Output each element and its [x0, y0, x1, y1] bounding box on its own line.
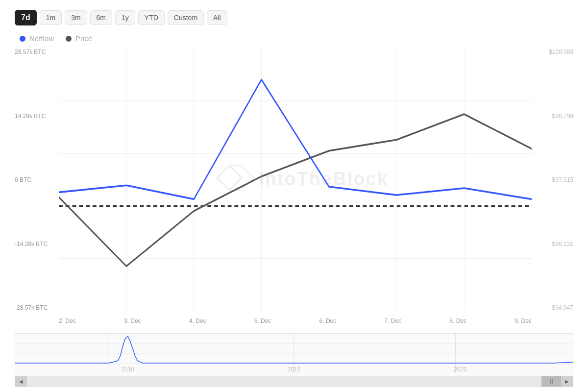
main-chart: 28.57k BTC 14.29k BTC 0 BTC -14.28k BTC …	[15, 49, 573, 331]
year-2010: 2010	[121, 366, 134, 373]
y-axis-left: 28.57k BTC 14.29k BTC 0 BTC -14.28k BTC …	[15, 49, 59, 311]
legend-netflow: Netflow	[20, 34, 54, 43]
chart-svg-wrapper: IntoTheBlock	[59, 49, 532, 311]
year-2020: 2020	[454, 366, 467, 373]
time-filter-bar: 7d 1m 3m 6m 1y YTD Custom All	[15, 10, 573, 25]
filter-1y[interactable]: 1y	[115, 10, 135, 25]
y-right-3: $96,231	[534, 241, 573, 247]
y-right-1: $98,799	[534, 113, 573, 120]
y-left-4: -28.57k BTC	[15, 304, 59, 311]
filter-custom[interactable]: Custom	[168, 10, 204, 25]
legend-price: Price	[66, 34, 92, 43]
y-right-2: $97,515	[534, 176, 573, 183]
x-label-5: 7. Dec	[384, 318, 401, 324]
mini-scrollbar: ◀ ▶	[15, 376, 573, 387]
y-axis-right: $100,083 $98,799 $97,515 $96,231 $94,947	[534, 49, 573, 311]
year-2015: 2015	[288, 366, 301, 373]
filter-7d[interactable]: 7d	[15, 10, 37, 25]
scroll-thumb-lines	[550, 379, 553, 384]
scroll-left-btn[interactable]: ◀	[15, 376, 27, 387]
y-left-1: 14.29k BTC	[15, 113, 59, 120]
x-label-2: 4. Dec	[189, 318, 206, 324]
filter-6m[interactable]: 6m	[90, 10, 112, 25]
price-label: Price	[75, 34, 92, 43]
x-axis: 2. Dec 3. Dec 4. Dec 5. Dec 6. Dec 7. De…	[59, 311, 532, 331]
chart-area: 28.57k BTC 14.29k BTC 0 BTC -14.28k BTC …	[15, 49, 573, 387]
y-left-0: 28.57k BTC	[15, 49, 59, 55]
y-right-4: $94,947	[534, 304, 573, 311]
scroll-right-btn[interactable]: ▶	[561, 376, 573, 387]
price-dot	[66, 36, 72, 42]
y-left-2: 0 BTC	[15, 176, 59, 183]
mini-chart-container: 2010 2015 2020 ◀ ▶	[15, 333, 573, 387]
x-label-6: 8. Dec	[449, 318, 466, 324]
x-label-1: 3. Dec	[124, 318, 141, 324]
x-label-3: 5. Dec	[254, 318, 271, 324]
main-chart-svg	[59, 49, 532, 311]
chart-legend: Netflow Price	[20, 34, 573, 43]
x-label-7: 9. Dec	[514, 318, 532, 324]
filter-ytd[interactable]: YTD	[138, 10, 165, 25]
filter-all[interactable]: All	[207, 10, 227, 25]
y-right-0: $100,083	[534, 49, 573, 55]
x-label-0: 2. Dec	[59, 318, 76, 324]
mini-year-labels: 2010 2015 2020	[15, 366, 573, 373]
main-container: 7d 1m 3m 6m 1y YTD Custom All Netflow Pr…	[0, 0, 588, 392]
netflow-label: Netflow	[29, 34, 54, 43]
filter-1m[interactable]: 1m	[40, 10, 62, 25]
y-left-3: -14.28k BTC	[15, 241, 59, 247]
scroll-thumb[interactable]	[541, 376, 561, 387]
filter-3m[interactable]: 3m	[65, 10, 87, 25]
netflow-dot	[20, 36, 25, 42]
scroll-track[interactable]	[27, 376, 561, 387]
x-label-4: 6. Dec	[319, 318, 337, 324]
